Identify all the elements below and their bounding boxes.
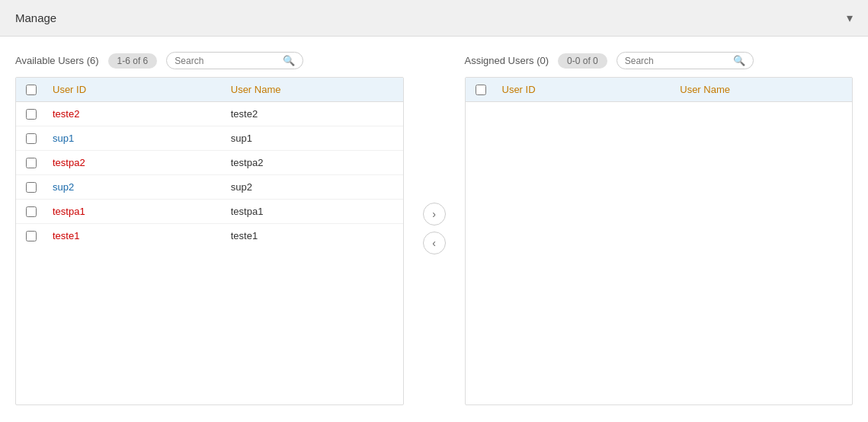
manage-header: Manage ▾ [0,0,868,37]
available-table-body: teste2 teste2 sup1 sup1 testpa2 testpa2 … [16,102,403,248]
assigned-pagination: 0-0 of 0 [558,53,607,69]
available-search-icon: 🔍 [283,55,295,66]
page-title: Manage [15,11,56,24]
row-checkbox[interactable] [26,133,37,144]
table-row: testpa2 testpa2 [16,151,403,175]
assigned-panel-header: Assigned Users (0) 0-0 of 0 🔍 [465,52,854,69]
row-checkbox-col [16,158,46,168]
row-user-id[interactable]: teste1 [46,230,225,241]
row-checkbox-col [16,182,46,193]
table-row: testpa1 testpa1 [16,200,403,224]
assigned-search-icon: 🔍 [733,55,745,66]
assigned-search-box[interactable]: 🔍 [617,52,754,69]
table-row: sup1 sup1 [16,126,403,151]
table-row: teste2 teste2 [16,102,403,126]
row-checkbox[interactable] [26,109,37,120]
available-users-panel: Available Users (6) 1-6 of 6 🔍 User ID U… [15,52,404,405]
available-panel-header: Available Users (6) 1-6 of 6 🔍 [15,52,404,69]
row-checkbox[interactable] [26,158,37,168]
row-user-id[interactable]: sup1 [46,133,225,144]
row-checkbox-col [16,133,46,144]
available-table-header: User ID User Name [16,78,403,102]
row-user-name: testpa2 [225,157,403,168]
row-user-name: teste2 [225,108,403,120]
available-table: User ID User Name teste2 teste2 sup1 sup… [15,77,404,405]
row-user-id[interactable]: teste2 [46,108,225,120]
main-content: Available Users (6) 1-6 of 6 🔍 User ID U… [0,37,868,420]
available-col-userid: User ID [46,84,225,95]
select-all-available[interactable] [26,85,37,95]
row-user-id[interactable]: sup2 [46,181,225,193]
row-user-id[interactable]: testpa2 [46,157,225,168]
available-users-title: Available Users (6) [15,55,99,66]
select-all-assigned[interactable] [476,85,486,95]
assigned-search-input[interactable] [625,56,729,66]
available-col-checkbox [16,84,46,95]
assigned-users-title: Assigned Users (0) [465,55,549,66]
row-user-name: testpa1 [225,206,403,217]
assigned-users-panel: Assigned Users (0) 0-0 of 0 🔍 User ID Us… [465,52,854,405]
table-row: teste1 teste1 [16,224,403,248]
transfer-buttons: › ‹ [419,52,450,405]
assigned-col-checkbox [466,84,496,95]
available-search-input[interactable] [175,56,279,66]
transfer-forward-button[interactable]: › [423,203,446,225]
row-checkbox-col [16,206,46,217]
row-user-name: teste1 [225,230,403,241]
chevron-down-icon[interactable]: ▾ [847,11,853,25]
available-pagination: 1-6 of 6 [108,53,158,69]
row-user-name: sup2 [225,181,403,193]
row-checkbox[interactable] [26,231,37,241]
transfer-backward-button[interactable]: ‹ [423,232,446,254]
available-col-username: User Name [225,84,403,95]
assigned-col-username: User Name [674,84,852,95]
row-checkbox-col [16,109,46,120]
assigned-table-header: User ID User Name [466,78,853,102]
assigned-table: User ID User Name [465,77,854,405]
row-user-id[interactable]: testpa1 [46,206,225,217]
available-search-box[interactable]: 🔍 [166,52,303,69]
row-checkbox[interactable] [26,206,37,217]
row-checkbox-col [16,231,46,241]
assigned-col-userid: User ID [496,84,674,95]
row-checkbox[interactable] [26,182,37,193]
row-user-name: sup1 [225,133,403,144]
table-row: sup2 sup2 [16,175,403,200]
